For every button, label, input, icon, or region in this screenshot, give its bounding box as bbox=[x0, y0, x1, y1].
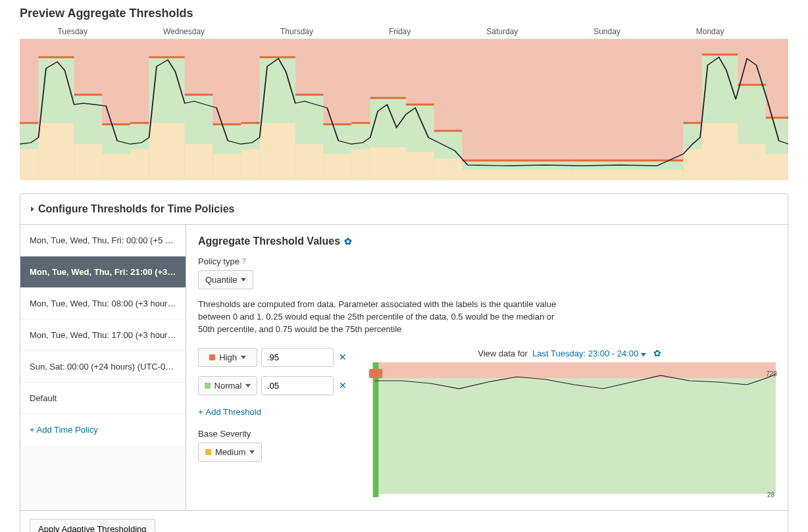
time-policy-list: Mon, Tue, Wed, Thu, Fri: 00:00 (+5 h… Mo… bbox=[20, 225, 186, 510]
threshold-level-select[interactable]: Normal bbox=[198, 376, 257, 395]
base-severity-select[interactable]: Medium bbox=[198, 443, 262, 462]
chevron-down-icon bbox=[641, 353, 646, 356]
severity-color-icon bbox=[209, 354, 215, 360]
time-policy-item[interactable]: Mon, Tue, Wed, Thu: 17:00 (+3 hour… bbox=[20, 320, 186, 351]
add-threshold-label: Add Threshold bbox=[206, 407, 261, 417]
threshold-value-input[interactable] bbox=[261, 376, 334, 395]
time-policy-item[interactable]: Sun, Sat: 00:00 (+24 hours) (UTC-06… bbox=[20, 351, 186, 383]
gear-icon[interactable]: ✿ bbox=[653, 348, 661, 358]
view-range-select[interactable]: Last Tuesday: 23:00 - 24:00 bbox=[532, 349, 648, 358]
svg-rect-69 bbox=[373, 362, 379, 497]
day-label: Monday bbox=[696, 27, 724, 36]
base-severity-label: Base Severity bbox=[198, 429, 353, 439]
severity-color-icon bbox=[205, 383, 211, 389]
time-policy-item[interactable]: Mon, Tue, Wed, Thu, Fri: 21:00 (+3 h… bbox=[20, 256, 186, 288]
svg-rect-26 bbox=[241, 123, 259, 149]
svg-rect-2 bbox=[20, 123, 38, 149]
remove-threshold-icon[interactable]: ✕ bbox=[338, 352, 348, 362]
panel-footer: Apply Adaptive Thresholding bbox=[20, 510, 788, 532]
gear-icon[interactable]: ✿ bbox=[344, 236, 352, 247]
thresholds-column: High ✕ Normal ✕ bbox=[198, 348, 353, 497]
svg-rect-56 bbox=[683, 123, 701, 149]
view-range-value: Last Tuesday: 23:00 - 24:00 bbox=[532, 349, 638, 358]
chevron-down-icon bbox=[241, 278, 246, 281]
svg-rect-60 bbox=[738, 85, 766, 144]
configure-panel: Configure Thresholds for Time Policies M… bbox=[20, 193, 788, 532]
configure-header[interactable]: Configure Thresholds for Time Policies bbox=[20, 194, 788, 225]
svg-rect-38 bbox=[351, 123, 370, 149]
base-severity-value: Medium bbox=[215, 447, 245, 457]
chevron-down-icon bbox=[249, 450, 255, 454]
svg-rect-6 bbox=[74, 95, 103, 144]
day-label: Tuesday bbox=[57, 27, 88, 36]
threshold-value-input[interactable] bbox=[261, 348, 334, 367]
mini-x-end-label: 28 bbox=[767, 491, 774, 498]
severity-color-icon bbox=[205, 449, 211, 455]
configure-header-label: Configure Thresholds for Time Policies bbox=[38, 203, 234, 215]
help-icon[interactable]: ? bbox=[242, 258, 246, 265]
policy-type-select[interactable]: Quantile bbox=[198, 270, 253, 289]
svg-rect-68 bbox=[374, 378, 776, 494]
policy-description: Thresholds are computed from data. Param… bbox=[198, 299, 567, 336]
day-label: Wednesday bbox=[163, 27, 205, 36]
day-labels: Tuesday Wednesday Thursday Friday Saturd… bbox=[20, 27, 788, 39]
chevron-right-icon bbox=[31, 206, 34, 212]
time-policy-item[interactable]: Default bbox=[20, 383, 186, 414]
plus-icon: + bbox=[198, 407, 203, 417]
svg-rect-52 bbox=[572, 168, 683, 180]
svg-rect-70 bbox=[369, 369, 382, 378]
threshold-level: Normal bbox=[215, 381, 242, 391]
remove-threshold-icon[interactable]: ✕ bbox=[338, 380, 348, 391]
section-title: Aggregate Threshold Values bbox=[198, 235, 340, 247]
view-data-label: View data for bbox=[478, 349, 528, 358]
add-time-policy-link[interactable]: + Add Time Policy bbox=[20, 414, 186, 445]
day-label: Sunday bbox=[593, 27, 620, 36]
day-label: Friday bbox=[389, 27, 411, 36]
threshold-row: Normal ✕ bbox=[198, 376, 353, 395]
weekly-chart: Tuesday Wednesday Thursday Friday Saturd… bbox=[20, 27, 788, 180]
day-label: Saturday bbox=[486, 27, 518, 36]
svg-rect-14 bbox=[130, 123, 149, 149]
day-label: Thursday bbox=[280, 27, 313, 36]
chevron-down-icon bbox=[241, 356, 246, 359]
policy-type-value: Quantile bbox=[205, 275, 237, 285]
preview-title: Preview Aggregate Thresholds bbox=[20, 7, 788, 20]
svg-rect-49 bbox=[462, 168, 572, 180]
threshold-level: High bbox=[219, 352, 237, 362]
mini-chart: 728 28 bbox=[363, 362, 776, 497]
threshold-row: High ✕ bbox=[198, 348, 353, 367]
apply-button[interactable]: Apply Adaptive Thresholding bbox=[30, 519, 155, 532]
time-policy-item[interactable]: Mon, Tue, Wed, Thu: 08:00 (+3 hour… bbox=[20, 288, 186, 320]
mini-y-label: 728 bbox=[766, 370, 777, 377]
threshold-values-section: Aggregate Threshold Values ✿ Policy type… bbox=[186, 225, 788, 510]
add-threshold-link[interactable]: + Add Threshold bbox=[198, 407, 261, 417]
time-policy-item[interactable]: Mon, Tue, Wed, Thu, Fri: 00:00 (+5 h… bbox=[20, 225, 186, 256]
svg-rect-67 bbox=[374, 362, 776, 378]
mini-chart-svg bbox=[363, 362, 776, 497]
policy-type-label: Policy type bbox=[198, 256, 240, 266]
mini-chart-column: View data for Last Tuesday: 23:00 - 24:0… bbox=[363, 348, 776, 497]
threshold-level-select[interactable]: High bbox=[198, 348, 257, 367]
chevron-down-icon bbox=[245, 384, 251, 387]
weekly-chart-svg bbox=[20, 39, 788, 180]
